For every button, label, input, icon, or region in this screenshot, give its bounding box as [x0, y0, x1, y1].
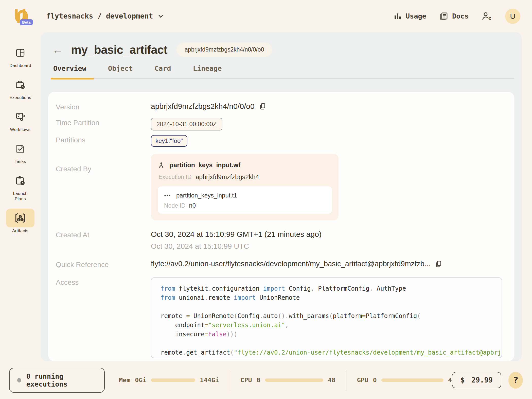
- access-code-block[interactable]: from flytekit.configuration import Confi…: [151, 277, 502, 358]
- tab-overview[interactable]: Overview: [52, 64, 87, 78]
- status-dot-icon: [17, 378, 21, 383]
- bar-chart-icon: [394, 12, 402, 20]
- access-label: Access: [56, 277, 151, 287]
- partition-key-chip[interactable]: key1:"foo": [151, 135, 187, 147]
- quick-reference-value: flyte://av0.2/union-user/flytesnacks/dev…: [151, 260, 431, 268]
- status-bar: 0 running executions Mem 0Gi 144Gi CPU 0…: [0, 361, 532, 399]
- cpu-max: 48: [328, 376, 335, 384]
- tab-bar: Overview Object Card Lineage: [52, 64, 514, 79]
- memory-used: 0Gi: [135, 376, 146, 384]
- executions-icon: [6, 75, 34, 94]
- cpu-label: CPU: [240, 376, 252, 384]
- created-by-card: partition_keys_input.wf Execution ID apb…: [151, 154, 339, 220]
- sidebar-item-label: Dashboard: [8, 63, 33, 68]
- quick-reference-label: Quick Reference: [56, 260, 151, 269]
- gpu-bar: [381, 378, 444, 382]
- artifacts-icon: [6, 209, 34, 227]
- execution-id-label: Execution ID: [158, 174, 191, 180]
- help-label: ?: [513, 375, 519, 385]
- cpu-meter: CPU 0 48: [240, 376, 335, 384]
- execution-id-row: Execution ID apbrjxfd9mzfzbgs2kh4: [158, 173, 332, 181]
- docs-label: Docs: [452, 12, 469, 20]
- gpu-used: 0: [373, 376, 377, 384]
- memory-label: Mem: [119, 376, 130, 384]
- created-at-label: Created At: [56, 230, 151, 239]
- copy-icon[interactable]: [435, 260, 442, 268]
- workflows-icon: [6, 107, 34, 126]
- tasks-icon: [6, 139, 34, 158]
- workflow-row[interactable]: partition_keys_input.wf: [158, 161, 332, 169]
- quick-reference-row: Quick Reference flyte://av0.2/union-user…: [56, 260, 507, 269]
- created-by-label: Created By: [56, 154, 151, 173]
- time-partition-chip[interactable]: 2024-10-31 00:00:00Z: [151, 118, 222, 130]
- svg-text:⚙: ⚙: [488, 16, 492, 21]
- gpu-max: 4: [448, 376, 452, 384]
- node-id-label: Node ID: [164, 202, 185, 209]
- created-by-row: Created By partition_keys_input.wf Exe: [56, 154, 507, 220]
- cost-value: 29.99: [471, 376, 493, 384]
- time-partition-label: Time Partition: [56, 118, 151, 127]
- tab-lineage[interactable]: Lineage: [192, 64, 223, 78]
- union-logo[interactable]: Beta: [13, 7, 29, 25]
- dashboard-icon: [6, 43, 34, 62]
- version-label: Version: [56, 102, 151, 111]
- task-card[interactable]: partition_keys_input.t1 Node ID n0: [158, 186, 332, 214]
- created-at-row: Created At Oct 30, 2024 at 15:10:99 GMT+…: [56, 230, 507, 251]
- breadcrumb[interactable]: flytesnacks / development: [46, 12, 163, 20]
- access-row: Access from flytekit.configuration impor…: [56, 277, 507, 358]
- docs-button[interactable]: Docs: [439, 12, 469, 21]
- running-executions-pill[interactable]: 0 running executions: [9, 368, 105, 393]
- cpu-bar: [265, 378, 323, 382]
- currency-symbol: $: [460, 376, 465, 384]
- workflow-name: partition_keys_input.wf: [170, 161, 240, 169]
- memory-meter: Mem 0Gi 144Gi: [119, 376, 219, 384]
- sidebar-item-dashboard[interactable]: Dashboard: [6, 43, 34, 68]
- gpu-meter: GPU 0 4: [357, 376, 452, 384]
- running-executions-label: 0 running executions: [26, 372, 97, 388]
- docs-icon: [439, 12, 448, 21]
- time-partition-row: Time Partition 2024-10-31 00:00:00Z: [56, 118, 507, 130]
- admin-button[interactable]: ⚙: [482, 12, 492, 21]
- chevron-down-icon: [158, 15, 163, 18]
- gpu-label: GPU: [357, 376, 368, 384]
- divider: [346, 370, 346, 390]
- overview-card: Version apbrjxfd9mzfzbgs2kh4/n0/0/o0 Tim…: [48, 92, 514, 361]
- sidebar-item-tasks[interactable]: Tasks: [6, 139, 34, 164]
- usage-button[interactable]: Usage: [394, 12, 426, 20]
- main-panel: ← my_basic_artifact apbrjxfd9mzfzbgs2kh4…: [41, 32, 522, 361]
- page-title: my_basic_artifact: [71, 43, 167, 57]
- sidebar-item-executions[interactable]: Executions: [6, 75, 34, 100]
- help-button[interactable]: ?: [508, 372, 523, 389]
- memory-bar: [151, 378, 195, 382]
- workflow-icon: [158, 162, 165, 169]
- created-at-utc: Oct 30, 2024 at 15:10:99 UTC: [151, 242, 322, 251]
- cpu-used: 0: [257, 376, 260, 384]
- sidebar-item-label: Artifacts: [8, 228, 33, 234]
- beta-badge: Beta: [20, 19, 33, 25]
- created-at-local: Oct 30, 2024 at 15:10:99 GMT+1 (21 minut…: [151, 230, 322, 239]
- billing-button[interactable]: $ 29.99: [452, 372, 501, 388]
- tab-card[interactable]: Card: [154, 64, 172, 78]
- sidebar-item-label: Executions: [8, 95, 33, 100]
- sidebar-item-label: Workflows: [8, 127, 33, 132]
- top-bar: Beta flytesnacks / development Usage: [0, 0, 532, 32]
- memory-max: 144Gi: [200, 376, 219, 384]
- back-button[interactable]: ←: [52, 44, 63, 55]
- node-id-value: n0: [189, 202, 196, 209]
- partitions-label: Partitions: [56, 135, 151, 144]
- artifact-version-chip[interactable]: apbrjxfd9mzfzbgs2kh4/n0/0/o0: [176, 42, 272, 57]
- breadcrumb-text: flytesnacks / development: [46, 12, 153, 20]
- divider: [230, 370, 230, 390]
- copy-icon[interactable]: [259, 103, 266, 110]
- sidebar-item-artifacts[interactable]: Artifacts: [6, 209, 34, 234]
- tab-object[interactable]: Object: [107, 64, 134, 78]
- partitions-row: Partitions key1:"foo": [56, 135, 507, 147]
- artifact-header: ← my_basic_artifact apbrjxfd9mzfzbgs2kh4…: [41, 32, 522, 57]
- sidebar-item-launch-plans[interactable]: Launch Plans: [6, 171, 34, 202]
- sidebar-item-workflows[interactable]: Workflows: [6, 107, 34, 132]
- task-name: partition_keys_input.t1: [176, 192, 237, 199]
- avatar[interactable]: U: [505, 9, 520, 24]
- sidebar: Dashboard Executions Workflows: [0, 32, 41, 361]
- avatar-initial: U: [510, 12, 516, 21]
- usage-label: Usage: [406, 12, 426, 20]
